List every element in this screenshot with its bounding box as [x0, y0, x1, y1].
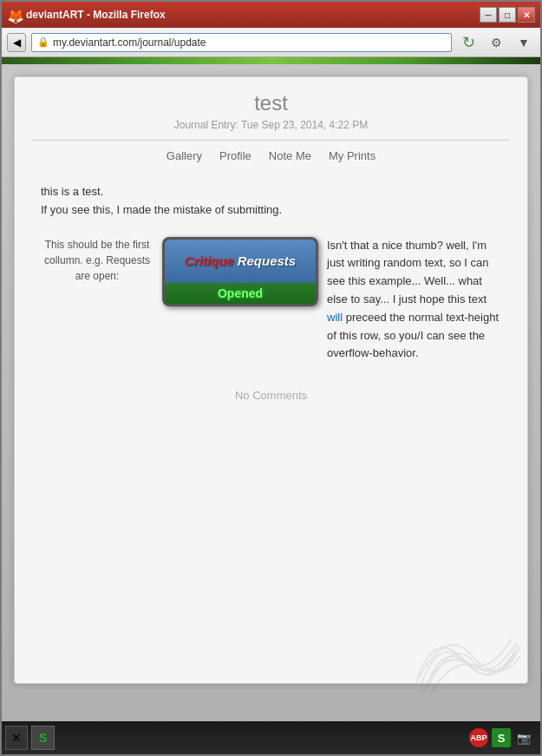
skype-tray-icon[interactable]: S — [492, 728, 511, 747]
adblock-label: ABP — [470, 733, 486, 742]
address-text: my.deviantart.com/journal/update — [53, 36, 206, 49]
nav-profile[interactable]: Profile — [219, 149, 251, 162]
critique-top: Critique Requests — [165, 240, 316, 283]
right-text-blue: will — [327, 311, 343, 324]
minimize-button[interactable]: ─ — [480, 7, 497, 23]
journal-date: Journal Entry: Tue Sep 23, 2014, 4:22 PM — [32, 119, 510, 131]
close-button[interactable]: ✕ — [518, 7, 535, 23]
title-bar: 🦊 deviantART - Mozilla Firefox ─ □ ✕ — [2, 2, 540, 28]
refresh-button[interactable]: ↻ — [457, 31, 480, 54]
taskbar-app-button[interactable]: S — [31, 726, 55, 750]
intro-line2: If you see this, I made the mistake of s… — [41, 201, 501, 220]
lock-icon: 🔒 — [37, 36, 49, 48]
nav-gallery[interactable]: Gallery — [167, 149, 202, 162]
adblock-tray-icon[interactable]: ABP — [469, 728, 488, 747]
journal-divider — [32, 140, 510, 141]
journal-title: test — [32, 91, 510, 115]
journal-nav: Gallery Profile Note Me My Prints — [32, 149, 510, 162]
browser-extra-button[interactable]: ▼ — [513, 31, 535, 54]
camera-tray-icon[interactable]: 📷 — [514, 728, 533, 747]
critique-box: Critique Requests Opened — [162, 237, 318, 306]
critique-white-text: Requests — [233, 253, 296, 268]
browser-toolbar: ◀ 🔒 my.deviantart.com/journal/update ↻ ⚙… — [2, 28, 540, 57]
browser-icon: 🦊 — [7, 8, 21, 22]
nav-note-me[interactable]: Note Me — [269, 149, 311, 162]
journal-container: test Journal Entry: Tue Sep 23, 2014, 4:… — [14, 76, 528, 684]
left-column-text: This should be the first collumn. e.g. R… — [44, 239, 150, 282]
start-button[interactable]: ✕ — [5, 726, 28, 750]
center-column: Critique Requests Opened — [162, 237, 318, 306]
skype-label: S — [498, 732, 506, 745]
window-title: deviantART - Mozilla Firefox — [26, 9, 480, 21]
right-column: Isn't that a nice thumb? well, I'm just … — [327, 237, 501, 364]
taskbar-tray: ABP S 📷 — [466, 728, 537, 747]
taskbar-app-icon: S — [39, 731, 47, 745]
camera-icon: 📷 — [517, 732, 531, 745]
critique-red-text: Critique — [185, 253, 234, 268]
left-column: This should be the first collumn. e.g. R… — [41, 237, 153, 284]
right-text-part2: preceed the normal text-height of this r… — [327, 311, 499, 360]
window-controls: ─ □ ✕ — [480, 7, 535, 23]
maximize-button[interactable]: □ — [499, 7, 516, 23]
nav-my-prints[interactable]: My Prints — [329, 149, 375, 162]
right-text-part1: Isn't that a nice thumb? well, I'm just … — [327, 239, 488, 306]
critique-bottom: Opened — [165, 283, 316, 304]
back-button[interactable]: ◀ — [7, 33, 26, 52]
three-col-layout: This should be the first collumn. e.g. R… — [41, 237, 501, 364]
intro-text: this is a test. If you see this, I made … — [41, 183, 501, 220]
address-bar[interactable]: 🔒 my.deviantart.com/journal/update — [31, 33, 452, 52]
taskbar: ✕ S ABP S 📷 — [2, 721, 540, 754]
no-comments: No Comments — [41, 389, 501, 402]
scribble-decoration — [412, 617, 525, 704]
intro-line1: this is a test. — [41, 183, 501, 201]
opened-text: Opened — [218, 286, 263, 300]
browser-menu-button[interactable]: ⚙ — [485, 31, 507, 54]
critique-label: Critique Requests — [185, 253, 296, 268]
browser-window: 🦊 deviantART - Mozilla Firefox ─ □ ✕ ◀ 🔒… — [0, 0, 542, 756]
journal-content: this is a test. If you see this, I made … — [32, 183, 510, 402]
green-bar — [2, 57, 540, 64]
page-background: test Journal Entry: Tue Sep 23, 2014, 4:… — [2, 64, 540, 721]
